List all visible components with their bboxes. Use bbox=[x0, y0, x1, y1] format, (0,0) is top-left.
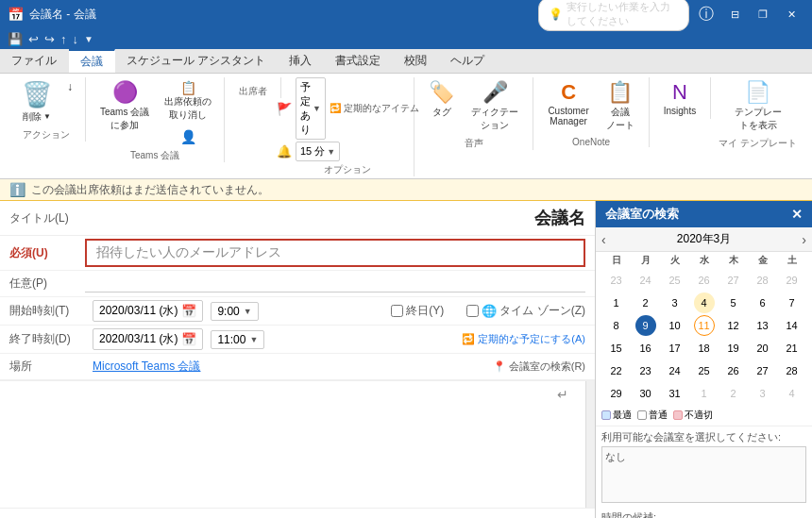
attendee-icon-button[interactable]: 👤 bbox=[160, 126, 216, 147]
move-down-button[interactable]: ↓ bbox=[62, 77, 77, 96]
window-controls: ⓘ ⊟ ❐ ✕ bbox=[693, 4, 804, 25]
start-time-picker[interactable]: 9:00 ▼ bbox=[211, 302, 258, 321]
cal-cell-8[interactable]: 8 bbox=[606, 315, 627, 336]
tab-format[interactable]: 書式設定 bbox=[324, 49, 393, 73]
cal-cell-25-prev[interactable]: 25 bbox=[665, 270, 685, 291]
delete-dropdown-icon: ▼ bbox=[43, 112, 51, 121]
undo-qa-btn[interactable]: ↩ bbox=[28, 32, 39, 46]
redo-qa-btn[interactable]: ↪ bbox=[44, 32, 55, 46]
status-dropdown[interactable]: 予定あり ▼ bbox=[296, 77, 326, 140]
window-title: 会議名 - 会議 bbox=[29, 7, 96, 23]
cal-cell-27-prev[interactable]: 27 bbox=[723, 270, 744, 291]
cal-cell-28[interactable]: 28 bbox=[782, 360, 803, 381]
tag-button[interactable]: 🏷️ タグ bbox=[422, 77, 461, 122]
dictation-button[interactable]: 🎤 ディクテーション bbox=[465, 77, 525, 135]
reminder-dropdown[interactable]: 15 分 ▼ bbox=[296, 142, 340, 161]
cal-cell-10[interactable]: 10 bbox=[665, 315, 685, 336]
sidebar-close-button[interactable]: ✕ bbox=[791, 207, 803, 222]
cal-cell-24[interactable]: 24 bbox=[665, 360, 685, 381]
maximize-button[interactable]: ❐ bbox=[750, 4, 776, 25]
cal-cell-6[interactable]: 6 bbox=[753, 292, 773, 313]
cal-cell-17[interactable]: 17 bbox=[665, 338, 685, 359]
cal-cell-29-prev[interactable]: 29 bbox=[782, 270, 803, 291]
room-search-link[interactable]: 📍 会議室の検索(R) bbox=[493, 359, 585, 374]
delete-button[interactable]: 🗑️ 削除 ▼ bbox=[15, 77, 59, 126]
body-scroll-area[interactable]: ↵ bbox=[0, 380, 595, 508]
down-qa-btn[interactable]: ↓ bbox=[73, 32, 79, 46]
cal-cell-7[interactable]: 7 bbox=[782, 292, 803, 313]
cal-cell-30[interactable]: 30 bbox=[635, 383, 656, 404]
tab-meeting[interactable]: 会議 bbox=[69, 49, 115, 73]
tab-help[interactable]: ヘルプ bbox=[439, 49, 497, 73]
cal-cell-31[interactable]: 31 bbox=[665, 383, 685, 404]
cal-cell-11-selected[interactable]: 11 bbox=[694, 315, 715, 336]
cal-cell-14[interactable]: 14 bbox=[782, 315, 803, 336]
cal-cell-25[interactable]: 25 bbox=[694, 360, 715, 381]
tab-schedule-assistant[interactable]: スケジュール アシスタント bbox=[115, 49, 278, 73]
end-date-picker[interactable]: 2020/03/11 (水) 📅 bbox=[93, 328, 203, 350]
recurring-link[interactable]: 🔁 定期的な予定にする(A) bbox=[462, 332, 585, 346]
cal-cell-3[interactable]: 3 bbox=[665, 292, 685, 313]
required-email-input[interactable]: 招待したい人のメールアドレス bbox=[85, 239, 585, 267]
cal-cell-27[interactable]: 27 bbox=[753, 360, 773, 381]
cal-cell-4[interactable]: 4 bbox=[694, 292, 715, 313]
tab-insert[interactable]: 挿入 bbox=[278, 49, 324, 73]
cal-cell-5[interactable]: 5 bbox=[723, 292, 744, 313]
show-templates-button[interactable]: 📄 テンプレートを表示 bbox=[728, 77, 788, 135]
cancel-attendance-button[interactable]: 📋 出席依頼の取り消し bbox=[160, 77, 216, 125]
cal-cell-9-today[interactable]: 9 bbox=[635, 315, 656, 336]
calendar-next-btn[interactable]: › bbox=[802, 232, 806, 247]
title-input[interactable] bbox=[85, 209, 534, 228]
tab-file[interactable]: ファイル bbox=[0, 49, 69, 73]
cal-cell-24-prev[interactable]: 24 bbox=[635, 270, 656, 291]
more-qa-btn[interactable]: ▼ bbox=[84, 34, 93, 44]
calendar-prev-btn[interactable]: ‹ bbox=[601, 232, 606, 247]
tab-review[interactable]: 校閲 bbox=[393, 49, 439, 73]
timezone-checkbox-label[interactable]: 🌐 タイム ゾーン(Z) bbox=[466, 303, 585, 319]
cal-cell-19[interactable]: 19 bbox=[723, 338, 744, 359]
status-dropdown-arrow: ▼ bbox=[313, 104, 321, 113]
title-bar-left: 📅 会議名 - 会議 bbox=[8, 7, 96, 23]
start-date-picker[interactable]: 2020/03/11 (水) 📅 bbox=[93, 300, 203, 322]
cal-cell-26[interactable]: 26 bbox=[723, 360, 744, 381]
location-value[interactable]: Microsoft Teams 会議 bbox=[93, 359, 200, 375]
cal-cell-15[interactable]: 15 bbox=[606, 338, 627, 359]
cal-cell-23-prev[interactable]: 23 bbox=[606, 270, 627, 291]
cal-cell-29[interactable]: 29 bbox=[606, 383, 627, 404]
cal-cell-16[interactable]: 16 bbox=[635, 338, 656, 359]
insights-button[interactable]: N Insights bbox=[657, 77, 702, 119]
meeting-notes-button[interactable]: 📋 会議ノート bbox=[600, 77, 641, 135]
cal-cell-1[interactable]: 1 bbox=[606, 292, 627, 313]
cal-cell-1-next[interactable]: 1 bbox=[694, 383, 715, 404]
allday-checkbox-label[interactable]: 終日(Y) bbox=[391, 303, 444, 319]
cal-cell-3-next[interactable]: 3 bbox=[753, 383, 773, 404]
cal-cell-23[interactable]: 23 bbox=[635, 360, 656, 381]
allday-checkbox[interactable] bbox=[391, 305, 403, 317]
vertical-scrollbar[interactable] bbox=[585, 381, 595, 508]
cal-cell-26-prev[interactable]: 26 bbox=[694, 270, 715, 291]
room-list-box[interactable]: なし bbox=[601, 446, 806, 503]
cal-cell-2-next[interactable]: 2 bbox=[723, 383, 744, 404]
reminder-dropdown-arrow: ▼ bbox=[327, 147, 335, 157]
cal-cell-4-next[interactable]: 4 bbox=[782, 383, 803, 404]
close-button[interactable]: ✕ bbox=[778, 4, 804, 25]
cal-cell-20[interactable]: 20 bbox=[753, 338, 773, 359]
cal-cell-12[interactable]: 12 bbox=[723, 315, 744, 336]
ribbon-search-box[interactable]: 💡 実行したい作業を入力してください bbox=[538, 0, 689, 31]
cal-cell-22[interactable]: 22 bbox=[606, 360, 627, 381]
save-qa-btn[interactable]: 💾 bbox=[8, 32, 23, 46]
person-icon: 👤 bbox=[180, 129, 196, 144]
cal-cell-28-prev[interactable]: 28 bbox=[753, 270, 773, 291]
minimize-button[interactable]: ⊟ bbox=[721, 4, 748, 25]
up-qa-btn[interactable]: ↑ bbox=[60, 32, 67, 46]
cal-cell-18[interactable]: 18 bbox=[694, 338, 715, 359]
cal-cell-2[interactable]: 2 bbox=[635, 292, 656, 313]
cal-cell-13[interactable]: 13 bbox=[753, 315, 773, 336]
teams-join-button[interactable]: 🟣 Teams 会議に参加 bbox=[93, 77, 156, 135]
customer-manager-button[interactable]: C CustomerManager bbox=[541, 77, 595, 129]
optional-email-input[interactable] bbox=[85, 275, 585, 292]
end-time-picker[interactable]: 11:00 ▼ bbox=[211, 330, 264, 349]
info-button[interactable]: ⓘ bbox=[693, 4, 719, 25]
timezone-checkbox[interactable] bbox=[466, 305, 479, 317]
cal-cell-21[interactable]: 21 bbox=[782, 338, 803, 359]
